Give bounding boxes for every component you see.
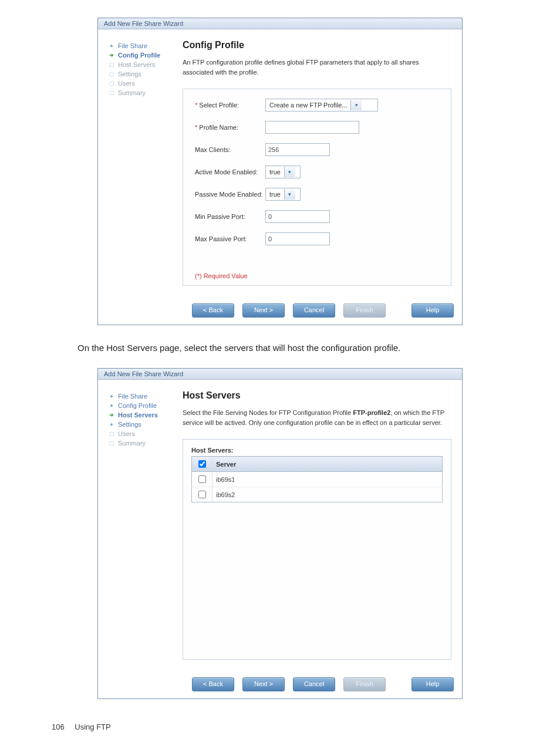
button-bar: < Back Next > Cancel Finish Help xyxy=(98,670,462,698)
step-settings: ▢Settings xyxy=(109,69,178,79)
check-icon: ● xyxy=(109,403,114,409)
back-button[interactable]: < Back xyxy=(192,303,234,318)
wizard-config-profile: Add New File Share Wizard ●File Share ➔C… xyxy=(97,18,463,325)
step-summary: ▢Summary xyxy=(109,438,178,448)
max-clients-label: Max Clients: xyxy=(195,146,265,153)
caption-text: On the Host Servers page, select the ser… xyxy=(77,343,483,353)
max-port-label: Max Passive Port: xyxy=(195,235,265,242)
next-button[interactable]: Next > xyxy=(242,677,285,691)
chevron-down-icon: ▾ xyxy=(284,167,295,177)
step-summary: ▢Summary xyxy=(109,88,178,97)
square-icon: ▢ xyxy=(109,80,114,86)
table-row[interactable]: ib69s2 xyxy=(192,487,443,502)
step-config-profile[interactable]: ➔Config Profile xyxy=(109,50,178,60)
panel-title: Host Servers xyxy=(183,390,451,401)
chevron-down-icon: ▾ xyxy=(350,100,362,110)
check-icon: ● xyxy=(109,393,114,399)
passive-mode-label: Passive Mode Enabled: xyxy=(195,191,265,198)
active-mode-label: Active Mode Enabled: xyxy=(195,168,265,175)
help-button[interactable]: Help xyxy=(411,303,454,318)
cancel-button[interactable]: Cancel xyxy=(293,677,335,691)
wizard-steps: ●File Share ➔Config Profile ▢Host Server… xyxy=(109,40,178,286)
row-checkbox[interactable] xyxy=(198,491,206,498)
select-profile-dropdown[interactable]: Create a new FTP Profile... ▾ xyxy=(265,99,378,112)
arrow-right-icon: ➔ xyxy=(109,412,114,418)
table-title: Host Servers: xyxy=(191,447,443,454)
cancel-button[interactable]: Cancel xyxy=(293,303,335,318)
min-port-label: Min Passive Port: xyxy=(195,213,265,220)
select-all-checkbox[interactable] xyxy=(198,460,206,468)
square-icon: ▢ xyxy=(109,431,114,437)
wizard-steps: ●File Share ●Config Profile ➔Host Server… xyxy=(109,390,178,660)
footer-text: Using FTP xyxy=(75,723,110,731)
active-mode-dropdown[interactable]: true ▾ xyxy=(265,166,301,178)
check-icon: ● xyxy=(109,421,114,427)
step-host-servers: ▢Host Servers xyxy=(109,60,178,69)
finish-button: Finish xyxy=(343,303,386,318)
server-table: Server ib69s1 ib69s2 xyxy=(191,456,443,502)
chevron-down-icon: ▾ xyxy=(284,189,295,200)
profile-name-input[interactable] xyxy=(265,121,359,134)
help-button[interactable]: Help xyxy=(411,677,454,691)
next-button[interactable]: Next > xyxy=(242,303,285,318)
max-port-input[interactable] xyxy=(265,232,330,245)
square-icon: ▢ xyxy=(109,71,114,77)
square-icon: ▢ xyxy=(109,440,114,446)
step-file-share[interactable]: ●File Share xyxy=(109,41,178,50)
table-panel: Host Servers: Server ib69s1 xyxy=(183,439,451,660)
back-button[interactable]: < Back xyxy=(192,677,234,691)
square-icon: ▢ xyxy=(109,90,114,96)
form-panel: Select Profile: Create a new FTP Profile… xyxy=(183,89,451,286)
step-config-profile[interactable]: ●Config Profile xyxy=(109,401,178,410)
panel-title: Config Profile xyxy=(183,40,451,50)
table-row[interactable]: ib69s1 xyxy=(192,472,443,487)
step-users: ▢Users xyxy=(109,79,178,88)
step-settings[interactable]: ●Settings xyxy=(109,420,178,429)
server-name: ib69s2 xyxy=(212,487,443,502)
arrow-right-icon: ➔ xyxy=(109,52,114,58)
window-title: Add New File Share Wizard xyxy=(98,18,462,29)
server-column-header: Server xyxy=(212,457,443,472)
wizard-host-servers: Add New File Share Wizard ●File Share ●C… xyxy=(97,368,463,699)
profile-name-label: Profile Name: xyxy=(195,124,265,131)
page-number: 106 xyxy=(52,723,65,731)
required-note: (*) Required Value xyxy=(195,255,439,279)
select-profile-label: Select Profile: xyxy=(195,102,265,109)
step-host-servers[interactable]: ➔Host Servers xyxy=(109,410,178,420)
step-users: ▢Users xyxy=(109,429,178,438)
finish-button: Finish xyxy=(343,677,386,691)
server-name: ib69s1 xyxy=(212,472,443,487)
step-file-share[interactable]: ●File Share xyxy=(109,391,178,401)
panel-description: An FTP configuration profile defines glo… xyxy=(183,58,451,77)
min-port-input[interactable] xyxy=(265,210,330,223)
check-icon: ● xyxy=(109,43,114,49)
row-checkbox[interactable] xyxy=(198,475,206,483)
panel-description: Select the File Serving Nodes for FTP Co… xyxy=(183,408,451,427)
passive-mode-dropdown[interactable]: true ▾ xyxy=(265,188,301,201)
page-footer: 106 Using FTP xyxy=(35,723,525,731)
square-icon: ▢ xyxy=(109,62,114,67)
button-bar: < Back Next > Cancel Finish Help xyxy=(98,296,462,325)
window-title: Add New File Share Wizard xyxy=(98,369,462,380)
max-clients-input[interactable] xyxy=(265,143,330,156)
